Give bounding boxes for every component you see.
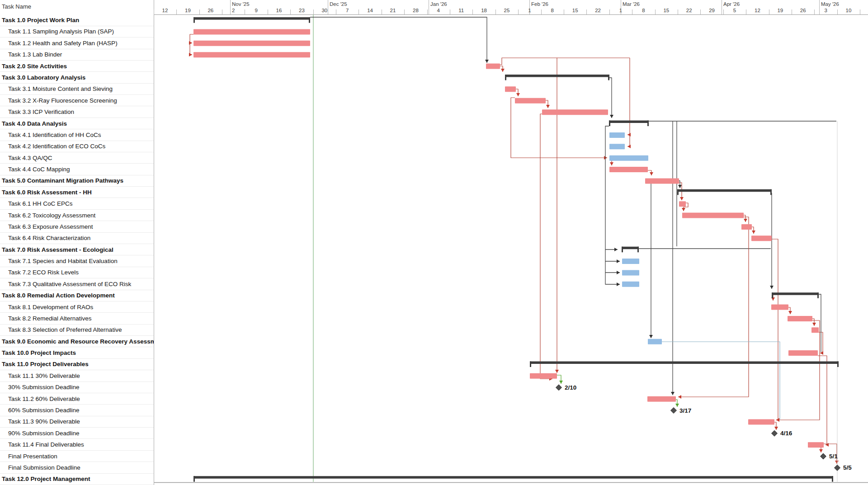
milestone-diamond[interactable] [556,385,562,391]
task-bar[interactable] [811,327,819,333]
task-bar[interactable] [647,396,676,402]
task-row[interactable]: Task 4.2 Identification of ECO CoCs [0,141,154,152]
task-row[interactable]: Task 11.1 30% Deliverable [0,370,154,381]
task-row[interactable]: Task 10.0 Project Impacts [0,347,154,358]
dependency-link-line [772,239,778,420]
task-row[interactable]: Task 8.2 Remedial Alternatives [0,313,154,324]
task-row[interactable]: Task 1.0 Project Work Plan [0,14,154,26]
milestone-diamond[interactable] [772,430,778,436]
task-row[interactable]: Task 6.3 Exposure Assessment [0,221,154,232]
link-arrowhead [627,133,631,137]
task-row[interactable]: Task 12.0 Project Management [0,474,154,485]
task-bar[interactable] [609,144,625,149]
task-row[interactable]: Task 3.2 X-Ray Fluorescence Screening [0,95,154,106]
task-row[interactable]: Task 8.1 Development of RAOs [0,301,154,313]
task-bar[interactable] [609,155,648,161]
week-tick [769,9,769,14]
task-bar[interactable] [486,64,500,69]
task-row[interactable]: 30% Submission Deadline [0,382,154,393]
task-bar[interactable] [622,270,639,275]
task-row[interactable]: Task 4.4 CoC Mapping [0,164,154,175]
milestone-diamond[interactable] [821,453,826,459]
task-row[interactable]: Task 7.2 ECO Risk Levels [0,267,154,278]
task-row[interactable]: Task 1.1 Sampling Analysis Plan (SAP) [0,26,154,38]
week-label: 18 [481,8,487,13]
task-bar[interactable] [751,235,772,241]
task-bar[interactable] [193,29,310,34]
task-bar[interactable] [748,419,774,424]
link-arrowhead [835,461,839,464]
task-row[interactable]: Task 11.4 Final Deliverables [0,439,154,450]
task-bar[interactable] [788,350,818,356]
task-row[interactable]: Final Submission Deadline [0,462,154,473]
task-row[interactable]: Task 5.0 Contaminant Migration Pathways [0,175,154,187]
task-row[interactable]: Task 3.3 ICP Verification [0,106,154,118]
task-row[interactable]: Task 8.3 Selection of Preferred Alternat… [0,325,154,336]
task-bar[interactable] [542,109,608,115]
task-bar[interactable] [505,86,516,92]
summary-bar[interactable] [609,121,649,127]
week-label: 5 [733,8,736,13]
task-bar[interactable] [788,316,812,321]
task-row[interactable]: Task 6.4 Risk Characterization [0,233,154,244]
summary-bar[interactable] [677,189,772,195]
task-row[interactable]: Task 7.1 Species and Habitat Evaluation [0,255,154,267]
task-row[interactable]: 60% Submission Deadline [0,405,154,416]
summary-bar[interactable] [772,292,819,298]
week-tick [792,9,792,14]
task-bar[interactable] [682,213,744,218]
link-arrowhead [680,197,684,200]
task-row[interactable]: Task 3.1 Moisture Content and Sieving [0,84,154,95]
month-tick [819,0,820,14]
task-bar[interactable] [609,132,625,138]
task-bar[interactable] [622,259,639,264]
task-bar[interactable] [530,373,557,379]
task-bar[interactable] [648,339,662,344]
task-row[interactable]: Task 8.0 Remedial Action Development [0,290,154,301]
link-arrowhead [649,335,653,338]
task-bar[interactable] [193,41,310,46]
milestone-diamond[interactable] [671,408,677,414]
week-label: 1 [528,8,531,13]
task-bar[interactable] [193,52,310,57]
task-row[interactable]: Task 6.0 Risk Assessment - HH [0,187,154,198]
task-row[interactable]: Task 4.3 QA/QC [0,152,154,164]
task-bar[interactable] [679,201,686,207]
task-bar[interactable] [808,442,824,447]
week-label: 9 [255,8,257,13]
summary-bar[interactable] [530,361,839,367]
task-bar[interactable] [771,305,788,310]
task-row[interactable]: Task 11.3 90% Deliverable [0,416,154,428]
task-row[interactable]: Task 7.0 Risk Assessment - Ecological [0,244,154,255]
task-row[interactable]: Task 1.2 Health and Safety Plan (HASP) [0,38,154,49]
task-row[interactable]: Task 9.0 Economic and Resource Recovery … [0,336,154,347]
task-row[interactable]: Task 4.0 Data Analysis [0,118,154,129]
task-bar[interactable] [622,282,639,287]
task-row[interactable]: Task 6.2 Toxicology Assessment [0,210,154,221]
link-arrowhead [555,370,559,373]
task-bar[interactable] [645,178,679,184]
task-row[interactable]: Task 1.3 Lab Binder [0,49,154,61]
week-tick [450,9,450,14]
task-row[interactable]: 90% Submission Deadline [0,428,154,439]
task-row[interactable]: Task 11.0 Project Deliverables [0,359,154,370]
task-row[interactable]: Task 7.3 Qualitative Assessment of ECO R… [0,278,154,290]
task-row[interactable]: Task 6.1 HH CoC EPCs [0,198,154,209]
task-row[interactable]: Task 2.0 Site Activities [0,61,154,72]
summary-bar[interactable] [193,476,833,482]
week-tick [427,9,428,14]
task-row[interactable]: Final Presentation [0,451,154,462]
summary-bar[interactable] [622,247,639,253]
task-bar[interactable] [609,167,648,172]
week-tick [837,9,838,14]
task-row[interactable]: Task 4.1 Identification of HH CoCs [0,129,154,141]
link-arrowhead [189,53,192,57]
task-row[interactable]: Task 11.2 60% Deliverable [0,393,154,405]
task-bar[interactable] [741,224,752,230]
week-tick [222,9,222,14]
milestone-diamond[interactable] [835,465,840,471]
link-arrowhead [546,105,550,108]
task-bar[interactable] [515,98,546,104]
task-row[interactable]: Task 3.0 Laboratory Analysis [0,72,154,83]
summary-bar[interactable] [193,17,310,23]
